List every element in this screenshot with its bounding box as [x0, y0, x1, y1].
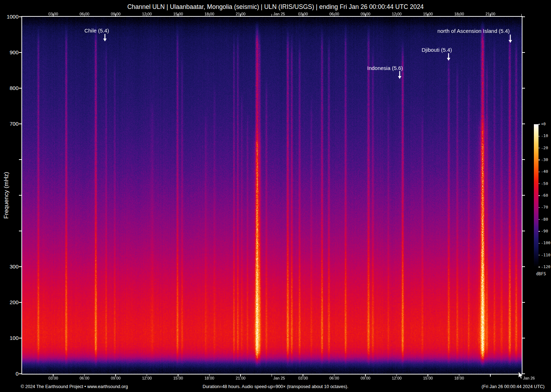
colorbar-tick-mark [539, 231, 540, 232]
x-tick-mark-bottom [490, 374, 491, 377]
x-tick-label-bottom: 09:00 [360, 376, 370, 380]
x-tick-label-top: 06:00 [80, 12, 90, 16]
annotation-label: Indonesia (5.6) [367, 65, 403, 71]
x-tick-label-top: 15:00 [423, 12, 433, 16]
x-tick-label-bottom: 06:00 [80, 376, 90, 380]
colorbar-tick-label: -110 [541, 253, 551, 257]
colorbar-tick-mark [539, 148, 540, 149]
annotation-arrow-icon [102, 34, 107, 41]
y-tick-mark-right [522, 302, 525, 303]
annotation-label: Djibouti (5.4) [421, 47, 452, 53]
x-tick-label-top: 18:00 [204, 12, 214, 16]
colorbar-tick-mark [539, 255, 540, 256]
spectrogram-page: Channel ULN | Ulaanbaatar, Mongolia (sei… [0, 0, 551, 392]
x-tick-label-bottom: 18:00 [204, 376, 214, 380]
x-tick-label-top: 06:00 [329, 12, 339, 16]
annotation-arrow-icon [397, 71, 402, 79]
x-tick-label-bottom: 18:00 [454, 376, 464, 380]
x-tick-label-bottom: 12:00 [392, 376, 402, 380]
x-tick-label-bottom: Jan 26 [523, 376, 535, 380]
y-tick-mark-left [19, 266, 22, 267]
colorbar-tick-mark [539, 172, 540, 172]
y-tick-mark-left [19, 338, 22, 338]
x-tick-label-top: Jan 25 [273, 12, 285, 16]
y-tick-mark-right [522, 195, 525, 196]
colorbar-tick-label: -40 [541, 169, 548, 174]
y-tick-label: 0 [1, 371, 19, 377]
x-tick-label-top: 03:00 [298, 12, 308, 16]
y-tick-mark-left [19, 231, 22, 231]
x-tick-label-bottom: 15:00 [173, 376, 183, 380]
y-axis-title: Frequency (mHz) [3, 169, 10, 222]
y-tick-mark-right [522, 159, 525, 160]
y-tick-mark-left [19, 88, 22, 89]
colorbar-tick-label: -70 [541, 205, 548, 210]
y-tick-mark-left [19, 124, 22, 124]
x-tick-label-bottom: 15:00 [423, 376, 433, 380]
y-tick-mark-right [522, 52, 525, 53]
colorbar-tick-label: -20 [541, 146, 548, 150]
mouse-cursor-icon [518, 372, 523, 379]
colorbar-tick-mark [539, 195, 540, 196]
x-tick-mark-top [272, 14, 272, 17]
y-tick-mark-left [19, 52, 22, 53]
y-tick-mark-left [19, 302, 22, 303]
x-tick-label-top: 12:00 [142, 12, 152, 16]
footer-end-timestamp: (Fri Jan 26 00:00:44 2024 UTC) [482, 384, 545, 389]
annotation-label: Chile (5.4) [84, 27, 109, 34]
colorbar-tick-label: -10 [541, 134, 548, 138]
x-tick-label-bottom: 06:00 [329, 376, 339, 380]
y-tick-label: 100 [1, 335, 19, 341]
colorbar-tick-mark [539, 136, 540, 137]
x-tick-label-top: 09:00 [111, 12, 121, 16]
x-tick-label-bottom: 09:00 [111, 376, 121, 380]
x-tick-label-top: 18:00 [454, 12, 464, 16]
y-tick-label: 300 [1, 263, 19, 270]
colorbar-tick-mark [539, 124, 540, 125]
y-tick-label: 800 [1, 85, 19, 91]
colorbar-tick-label: -60 [541, 193, 548, 198]
colorbar-tick-label: -30 [541, 157, 548, 162]
x-tick-label-top: 21:00 [236, 12, 246, 16]
colorbar-tick-label: -50 [541, 181, 548, 186]
y-tick-mark-right [522, 124, 525, 124]
colorbar-unit-label: dBFS [533, 271, 549, 276]
x-tick-label-top: 09:00 [360, 12, 370, 16]
x-tick-label-top: 21:00 [485, 12, 495, 16]
y-tick-label: 900 [1, 49, 19, 55]
y-tick-mark-right [522, 231, 525, 231]
x-tick-label-bottom: 03:00 [298, 376, 308, 380]
x-tick-label-bottom: 12:00 [142, 376, 152, 380]
colorbar-tick-mark [539, 243, 540, 244]
y-tick-mark-left [19, 16, 22, 17]
colorbar-tick-mark [539, 207, 540, 208]
colorbar-tick-mark [539, 267, 540, 267]
x-tick-label-top: 15:00 [173, 12, 183, 16]
y-tick-mark-right [522, 266, 525, 267]
colorbar-tick-mark [539, 219, 540, 220]
x-tick-label-bottom: 21:00 [236, 376, 246, 380]
colorbar-tick-label: -80 [541, 217, 548, 222]
y-tick-label: 700 [1, 121, 19, 127]
x-tick-label-top: 03:00 [48, 12, 58, 16]
colorbar-tick-mark [539, 184, 540, 184]
colorbar-tick-label: -90 [541, 229, 548, 233]
x-tick-label-top: 12:00 [392, 12, 402, 16]
colorbar-tick-label: -120 [541, 265, 551, 269]
x-tick-mark-bottom [272, 374, 272, 377]
colorbar-tick-mark [539, 160, 540, 160]
colorbar [534, 124, 539, 267]
y-tick-mark-left [19, 373, 22, 374]
footer-duration-info: Duration=48 hours. Audio speed-up=900× (… [0, 384, 551, 389]
x-tick-label-bottom: 03:00 [48, 376, 58, 380]
colorbar-tick-label: -100 [541, 241, 551, 245]
x-tick-label-bottom: Jan 25 [273, 376, 285, 380]
y-tick-mark-right [522, 16, 525, 17]
y-tick-label: 200 [1, 299, 19, 305]
y-tick-label: 1000 [1, 14, 19, 20]
y-tick-mark-left [19, 159, 22, 160]
annotation-arrow-icon [508, 35, 513, 43]
annotation-arrow-icon [446, 53, 451, 61]
page-title: Channel ULN | Ulaanbaatar, Mongolia (sei… [0, 3, 551, 11]
spectrogram-canvas [22, 17, 522, 374]
